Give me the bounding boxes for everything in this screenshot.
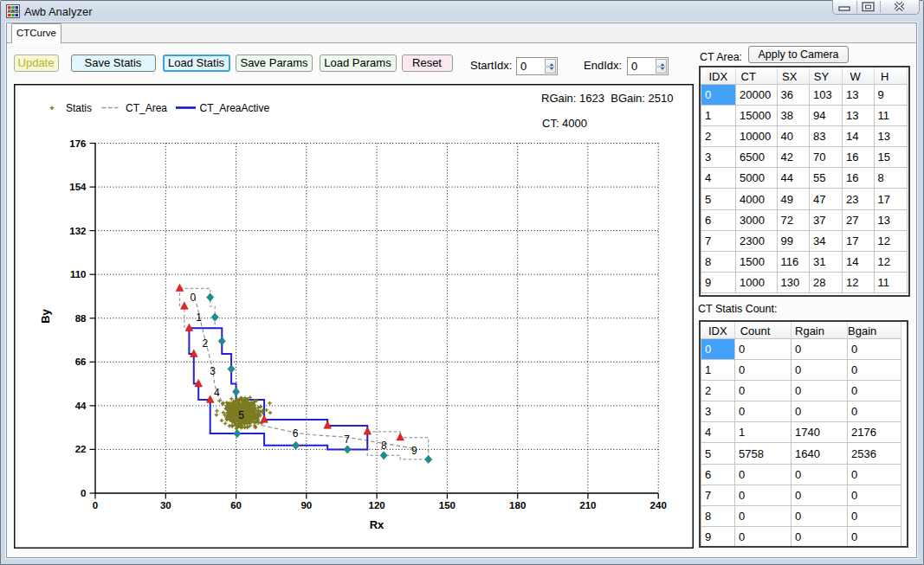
svg-text:30: 30	[160, 500, 171, 510]
svg-text:4: 4	[214, 387, 220, 399]
svg-text:6: 6	[293, 427, 299, 440]
svg-text:44: 44	[75, 401, 87, 411]
svg-text:180: 180	[509, 500, 526, 510]
svg-text:AWB: AWB	[8, 9, 19, 14]
svg-text:60: 60	[230, 500, 242, 510]
svg-text:9: 9	[411, 445, 417, 457]
svg-text:RGain: 1623 BGain: 2510: RGain: 1623 BGain: 2510	[541, 92, 674, 105]
svg-text:By: By	[39, 308, 52, 323]
svg-text:2: 2	[202, 337, 208, 350]
svg-text:Rx: Rx	[370, 518, 384, 531]
svg-text:7: 7	[344, 433, 350, 446]
svg-text:176: 176	[69, 138, 86, 149]
svg-text:154: 154	[69, 182, 87, 192]
svg-text:22: 22	[75, 444, 87, 454]
svg-text:1: 1	[196, 311, 202, 324]
svg-text:0: 0	[93, 500, 98, 510]
svg-text:120: 120	[369, 500, 385, 510]
svg-text:8: 8	[381, 440, 387, 452]
svg-text:88: 88	[75, 313, 87, 324]
svg-text:CT_AreaActive: CT_AreaActive	[200, 102, 270, 114]
svg-text:90: 90	[300, 500, 312, 510]
svg-text:66: 66	[75, 356, 87, 367]
svg-text:150: 150	[439, 500, 456, 510]
svg-text:0: 0	[190, 292, 196, 304]
svg-text:CT_Area: CT_Area	[126, 102, 167, 114]
svg-text:Statis: Statis	[66, 102, 92, 114]
svg-text:240: 240	[650, 500, 667, 510]
svg-text:210: 210	[579, 500, 596, 510]
svg-text:5: 5	[238, 409, 244, 421]
svg-text:CT: 4000: CT: 4000	[542, 117, 587, 130]
svg-text:110: 110	[70, 269, 87, 279]
svg-text:132: 132	[69, 226, 86, 236]
svg-text:0: 0	[81, 488, 86, 498]
svg-text:3: 3	[210, 365, 216, 377]
